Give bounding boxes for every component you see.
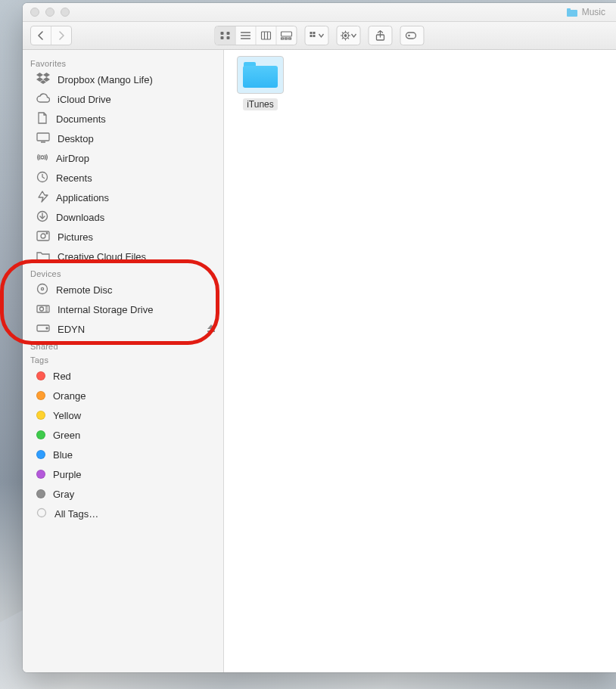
svg-rect-7 — [262, 32, 271, 39]
sidebar-item-gray[interactable]: Gray — [23, 484, 223, 504]
folder-icon — [567, 8, 577, 17]
forward-button[interactable] — [51, 26, 71, 45]
sidebar-item-edyn[interactable]: EDYN — [23, 319, 223, 339]
column-view-button[interactable] — [257, 26, 277, 45]
svg-line-25 — [348, 38, 349, 39]
svg-rect-12 — [285, 38, 288, 39]
edit-tags-button[interactable] — [400, 26, 425, 45]
svg-rect-15 — [313, 32, 316, 34]
sidebar-item-label: Blue — [53, 449, 216, 461]
sidebar-item-orange[interactable]: Orange — [23, 386, 223, 405]
sidebar-item-label: Dropbox (Mango Life) — [58, 74, 216, 85]
titlebar: Music — [23, 3, 616, 22]
documents-icon — [36, 112, 48, 126]
svg-rect-36 — [37, 133, 49, 141]
sidebar-item-pictures[interactable]: Pictures — [23, 227, 223, 247]
sidebar-item-label: Downloads — [56, 212, 216, 223]
minimize-window-button[interactable] — [45, 8, 54, 17]
all-tags-icon — [36, 507, 47, 520]
sidebar-item-remote-disc[interactable]: Remote Disc — [23, 280, 223, 299]
gallery-view-button[interactable] — [277, 26, 297, 45]
svg-point-45 — [41, 287, 43, 290]
arrange-dropdown[interactable] — [305, 26, 329, 45]
svg-line-24 — [342, 33, 343, 33]
file-label[interactable]: iTunes — [243, 98, 278, 110]
svg-rect-16 — [310, 35, 313, 37]
sidebar-item-label: AirDrop — [56, 153, 216, 164]
tag-dot-icon — [36, 470, 45, 479]
sidebar-item-label: Desktop — [58, 133, 216, 144]
sidebar-item-airdrop[interactable]: AirDrop — [23, 148, 223, 168]
finder-window: Music — [23, 3, 616, 672]
list-view-button[interactable] — [236, 26, 257, 45]
sidebar-item-label: Internal Storage Drive — [58, 304, 216, 315]
svg-rect-11 — [282, 38, 284, 39]
sidebar-item-label: Recents — [56, 172, 216, 184]
folder-contents[interactable]: iTunes — [224, 50, 616, 672]
svg-rect-29 — [406, 33, 416, 39]
sidebar-item-documents[interactable]: Documents — [23, 109, 223, 129]
sidebar-item-yellow[interactable]: Yellow — [23, 405, 223, 425]
file-item[interactable]: iTunes — [233, 56, 288, 110]
sidebar: Favorites Dropbox (Mango Life)iCloud Dri… — [23, 50, 224, 672]
sidebar-item-desktop[interactable]: Desktop — [23, 129, 223, 148]
sidebar-item-green[interactable]: Green — [23, 425, 223, 445]
svg-point-42 — [41, 234, 45, 238]
sidebar-item-red[interactable]: Red — [23, 366, 223, 386]
window-controls — [23, 8, 70, 17]
sidebar-item-applications[interactable]: Applications — [23, 188, 223, 207]
folder-icon — [237, 56, 284, 94]
share-button[interactable] — [369, 26, 393, 45]
close-window-button[interactable] — [30, 8, 39, 17]
internal-drive-icon — [36, 303, 50, 316]
zoom-window-button[interactable] — [61, 8, 70, 17]
desktop-icon — [36, 132, 50, 145]
sidebar-item-creative-cloud-files[interactable]: Creative Cloud Files — [23, 247, 223, 266]
svg-rect-13 — [289, 38, 291, 39]
sidebar-group-tags-header: Tags — [23, 352, 223, 366]
view-mode-group — [215, 26, 297, 45]
tag-dot-icon — [36, 489, 45, 498]
sidebar-item-label: Purple — [53, 469, 216, 480]
svg-point-30 — [408, 35, 410, 37]
pictures-icon — [36, 231, 50, 244]
nav-back-forward — [30, 26, 72, 45]
sidebar-item-blue[interactable]: Blue — [23, 445, 223, 464]
tag-dot-icon — [36, 430, 45, 439]
sidebar-item-label: Creative Cloud Files — [58, 251, 216, 262]
sidebar-item-all-tags[interactable]: All Tags… — [23, 504, 223, 523]
svg-rect-17 — [313, 35, 316, 37]
svg-rect-1 — [227, 32, 230, 35]
sidebar-item-label: Green — [53, 430, 216, 441]
sidebar-item-dropbox-mango-life[interactable]: Dropbox (Mango Life) — [23, 70, 223, 89]
svg-rect-53 — [207, 331, 215, 332]
sidebar-item-label: EDYN — [58, 324, 199, 335]
disc-icon — [36, 283, 48, 297]
sidebar-item-label: All Tags… — [54, 508, 216, 520]
svg-point-47 — [40, 307, 44, 311]
svg-point-52 — [46, 327, 48, 329]
sidebar-item-recents[interactable]: Recents — [23, 168, 223, 188]
sidebar-group-devices-header: Devices — [23, 266, 223, 280]
sidebar-item-label: Gray — [53, 489, 216, 500]
sidebar-item-downloads[interactable]: Downloads — [23, 207, 223, 227]
airdrop-icon — [36, 151, 48, 166]
sidebar-item-label: iCloud Drive — [58, 94, 216, 105]
external-drive-icon — [36, 324, 50, 335]
sidebar-item-icloud-drive[interactable]: iCloud Drive — [23, 89, 223, 109]
eject-icon[interactable] — [207, 324, 216, 335]
action-dropdown[interactable] — [337, 26, 361, 45]
cloud-icon — [36, 93, 50, 106]
icon-view-button[interactable] — [216, 26, 236, 45]
back-button[interactable] — [31, 26, 51, 45]
sidebar-item-label: Remote Disc — [56, 284, 216, 296]
svg-rect-14 — [310, 32, 313, 34]
svg-point-19 — [344, 35, 347, 37]
svg-line-26 — [342, 38, 343, 39]
svg-point-44 — [38, 284, 48, 293]
sidebar-item-purple[interactable]: Purple — [23, 464, 223, 484]
window-title-label: Music — [582, 7, 605, 17]
sidebar-item-label: Orange — [53, 390, 216, 402]
sidebar-group-shared-header: Shared — [23, 339, 223, 352]
sidebar-item-internal-storage-drive[interactable]: Internal Storage Drive — [23, 299, 223, 319]
